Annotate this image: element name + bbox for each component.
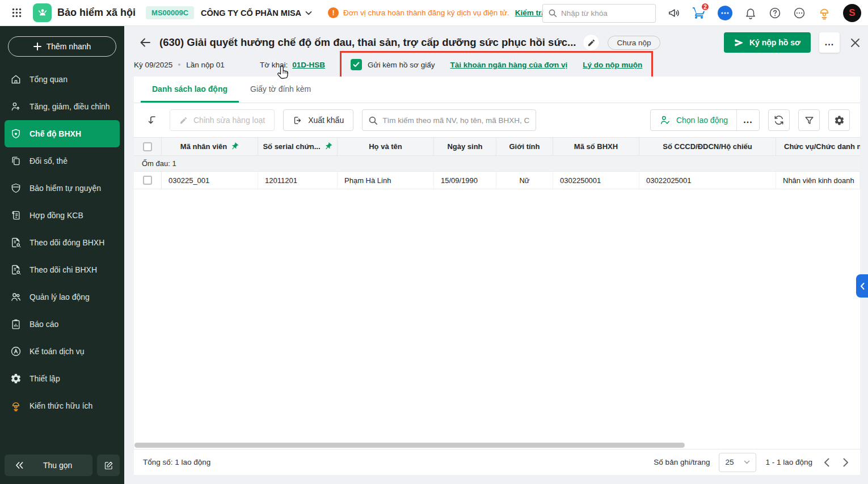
refresh-button[interactable] <box>768 109 790 131</box>
table-settings-button[interactable] <box>828 109 850 131</box>
toolbar: Chỉnh sửa hàng loạt Xuất khẩu Chọn lao đ… <box>134 103 860 137</box>
chevron-down-icon <box>744 460 750 464</box>
export-button[interactable]: Xuất khẩu <box>283 109 353 131</box>
header-more-button[interactable]: ... <box>819 32 840 53</box>
status-badge: Chưa nộp <box>608 36 660 50</box>
side-panel-toggle[interactable] <box>856 274 868 298</box>
sidebar-item-bao-hiem-tu-nguyen[interactable]: Bảo hiểm tự nguyện <box>5 175 120 202</box>
export-label: Xuất khẩu <box>308 116 344 125</box>
back-button[interactable] <box>140 37 151 48</box>
notification-bell-icon[interactable] <box>744 7 757 19</box>
global-search[interactable] <box>542 4 656 23</box>
company-name: CÔNG TY CỔ PHẦN MISA <box>201 9 301 18</box>
per-page-select[interactable]: 25 <box>719 453 756 472</box>
sidebar-item-hop-dong-kcb[interactable]: Hợp đồng KCB <box>5 202 120 229</box>
table-header: Mã nhân viên Số serial chứn... Họ và tên… <box>134 137 860 156</box>
sidebar-item-label: Hợp đồng KCB <box>30 211 83 220</box>
app-title: Bảo hiểm xã hội <box>57 7 136 19</box>
sidebar-item-che-do-bhxh[interactable]: Chế độ BHXH <box>5 120 120 147</box>
column-header[interactable]: Số CCCD/ĐDCN/Hộ chiếu <box>639 138 776 155</box>
app-grid-icon[interactable] <box>9 6 24 20</box>
row-checkbox[interactable] <box>143 176 152 185</box>
sidebar-item-label: Theo dõi chi BHXH <box>30 265 97 274</box>
next-page-button[interactable] <box>841 456 851 469</box>
page-title: (630) Giải quyết hưởng chế độ ốm đau, th… <box>159 36 576 49</box>
column-header[interactable]: Chức vụ/Chức danh n... <box>776 138 860 155</box>
company-selector[interactable]: CÔNG TY CỔ PHẦN MISA <box>201 9 312 18</box>
cell-employee-code: 030225_001 <box>162 172 258 189</box>
sidebar-item-kien-thuc-huu-ich[interactable]: Kiến thức hữu ích <box>5 392 120 419</box>
close-button[interactable] <box>850 38 860 48</box>
table-search-input[interactable] <box>382 116 530 125</box>
table-search[interactable] <box>362 109 536 131</box>
tab-danh-sach-lao-dong[interactable]: Danh sách lao động <box>141 77 239 103</box>
sidebar-item-quan-ly-lao-dong[interactable]: Quản lý lao động <box>5 283 120 311</box>
select-all-checkbox[interactable] <box>143 142 152 151</box>
sidebar-item-ke-toan-dich-vu[interactable]: Kế toán dịch vụ <box>5 338 120 365</box>
declaration-link[interactable]: 01D-HSB <box>292 61 325 69</box>
bank-account-link[interactable]: Tài khoản ngân hàng của đơn vị <box>450 61 567 69</box>
edit-menu-button[interactable] <box>97 455 120 476</box>
prev-page-button[interactable] <box>821 456 832 469</box>
select-all-cell <box>134 138 162 155</box>
person-adjust-icon <box>10 101 22 112</box>
page-header-row: (630) Giải quyết hưởng chế độ ốm đau, th… <box>124 32 860 53</box>
help-icon[interactable] <box>769 7 781 19</box>
tab-giay-to-dinh-kem[interactable]: Giấy tờ đính kèm <box>239 77 322 103</box>
checkbox-checked[interactable] <box>351 59 362 70</box>
global-search-input[interactable] <box>561 9 646 18</box>
topbar: Bảo hiểm xã hội MS00009C CÔNG TY CỔ PHẦN… <box>0 0 868 26</box>
column-label: Mã nhân viên <box>180 142 227 151</box>
late-reason-link[interactable]: Lý do nộp muộn <box>583 61 642 69</box>
sidebar-item-theo-doi-chi-bhxh[interactable]: Theo dõi chi BHXH <box>5 256 120 283</box>
sign-submit-button[interactable]: Ký nộp hồ sơ <box>724 32 811 53</box>
chevron-down-icon <box>305 11 312 15</box>
quick-add-button[interactable]: Thêm nhanh <box>8 36 116 57</box>
collapse-sidebar-button[interactable]: Thu gọn <box>5 455 92 476</box>
column-header[interactable]: Ngày sinh <box>434 138 496 155</box>
scrollbar-thumb[interactable] <box>134 443 685 448</box>
attach-paper-label: Gửi kèm hồ sơ giấy <box>368 61 435 69</box>
contract-icon <box>10 210 22 221</box>
column-header[interactable]: Mã nhân viên <box>162 138 258 155</box>
sidebar-item-tang-giam[interactable]: Tăng, giảm, điều chỉnh <box>5 93 120 120</box>
sidebar-item-doi-so-the[interactable]: Đổi sổ, thẻ <box>5 147 120 175</box>
table-row[interactable]: 030225_001 12011201 Phạm Hà Linh 15/09/1… <box>134 172 860 189</box>
sidebar-item-thiet-lap[interactable]: Thiết lập <box>5 365 120 392</box>
sidebar-item-theo-doi-dong-bhxh[interactable]: Theo dõi đóng BHXH <box>5 229 120 256</box>
export-icon <box>293 116 302 125</box>
column-header[interactable]: Giới tính <box>496 138 553 155</box>
more-options-icon[interactable] <box>793 7 806 19</box>
filter-funnel-icon <box>804 115 815 126</box>
tab-bar: Danh sách lao động Giấy tờ đính kèm <box>134 77 860 103</box>
home-icon <box>10 74 22 85</box>
choose-employee-more-button[interactable]: ... <box>736 110 759 130</box>
quick-add-label: Thêm nhanh <box>47 42 91 51</box>
table-empty-space <box>134 189 860 443</box>
edit-title-button[interactable] <box>583 34 600 51</box>
sidebar-item-label: Kiến thức hữu ích <box>30 401 92 410</box>
horizontal-scrollbar <box>134 443 858 448</box>
filter-button[interactable] <box>798 109 820 131</box>
announcement-icon[interactable] <box>668 7 680 19</box>
sidebar-item-tong-quan[interactable]: Tổng quan <box>5 66 120 93</box>
chat-icon[interactable] <box>718 6 732 20</box>
attach-paper-option[interactable]: Gửi kèm hồ sơ giấy <box>351 59 435 70</box>
cell-dob: 15/09/1990 <box>434 172 496 189</box>
column-header[interactable]: Họ và tên <box>338 138 434 155</box>
import-arrow-icon[interactable] <box>144 112 161 129</box>
sidebar-item-label: Quản lý lao động <box>30 292 90 302</box>
user-avatar[interactable]: S <box>843 4 861 22</box>
main-area: (630) Giải quyết hưởng chế độ ốm đau, th… <box>124 26 868 484</box>
dot-separator <box>178 63 180 66</box>
warning-icon: ! <box>328 7 339 18</box>
service-warning: ! Đơn vị chưa hoàn thành đăng ký dịch vụ… <box>328 7 567 18</box>
cart-icon[interactable]: 2 <box>692 6 706 20</box>
column-label: Họ và tên <box>369 142 402 151</box>
sidebar-item-bao-cao[interactable]: Báo cáo <box>5 311 120 338</box>
bulk-edit-button[interactable]: Chỉnh sửa hàng loạt <box>170 109 275 131</box>
column-header[interactable]: Số serial chứn... <box>258 138 338 155</box>
column-header[interactable]: Mã số BHXH <box>553 138 639 155</box>
choose-employee-button[interactable]: Chọn lao động <box>651 110 736 130</box>
tips-lamp-icon[interactable] <box>818 6 831 20</box>
